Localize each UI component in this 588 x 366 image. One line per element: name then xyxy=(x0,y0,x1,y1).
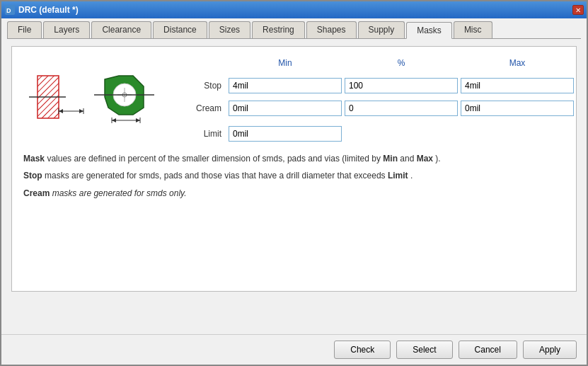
svg-text:D: D xyxy=(6,7,11,14)
title-bar-left: D DRC (default *) xyxy=(4,4,79,16)
window-title: DRC (default *) xyxy=(18,5,79,15)
desc-mask: Mask values are defined in percent of th… xyxy=(23,151,565,166)
percent-header: % xyxy=(345,58,458,68)
tab-masks[interactable]: Masks xyxy=(406,22,452,39)
desc-stop-text2: . xyxy=(410,171,413,181)
main-window: D DRC (default *) ✕ File Layers Clearanc… xyxy=(0,0,588,366)
tab-misc[interactable]: Misc xyxy=(454,21,492,38)
stop-max-input[interactable] xyxy=(461,78,574,93)
desc-cream-text: masks are generated for smds only. xyxy=(52,188,187,198)
desc-min-keyword: Min xyxy=(383,154,398,164)
close-button[interactable]: ✕ xyxy=(572,5,584,15)
cream-row: Cream xyxy=(183,101,574,116)
check-button[interactable]: Check xyxy=(334,341,391,359)
min-header: Min xyxy=(229,58,342,68)
content-panel: Min % Max Stop Cream xyxy=(11,46,577,292)
select-button[interactable]: Select xyxy=(396,341,452,359)
title-bar: D DRC (default *) ✕ xyxy=(1,1,587,18)
mask-diagram xyxy=(23,58,172,136)
tab-clearance[interactable]: Clearance xyxy=(91,21,151,38)
desc-cream-keyword: Cream xyxy=(23,188,50,198)
max-header: Max xyxy=(461,58,574,68)
desc-mask-text2: and xyxy=(400,154,416,164)
svg-marker-19 xyxy=(112,118,116,122)
stop-percent-input[interactable] xyxy=(345,78,458,93)
top-section: Min % Max Stop Cream xyxy=(23,58,565,142)
description-section: Mask values are defined in percent of th… xyxy=(23,151,565,203)
desc-stop-text1: masks are generated for smds, pads and t… xyxy=(45,171,388,181)
cream-max-input[interactable] xyxy=(461,101,574,116)
footer: Check Select Cancel Apply xyxy=(1,334,587,365)
cream-percent-input[interactable] xyxy=(345,101,458,116)
form-section: Min % Max Stop Cream xyxy=(183,58,574,142)
title-controls: ✕ xyxy=(572,5,584,15)
svg-marker-9 xyxy=(79,109,83,113)
limit-row: Limit xyxy=(183,126,574,142)
desc-stop-keyword: Stop xyxy=(23,171,42,181)
cancel-button[interactable]: Cancel xyxy=(459,341,517,359)
tab-file[interactable]: File xyxy=(7,21,42,38)
tab-bar: File Layers Clearance Distance Sizes Res… xyxy=(7,21,581,39)
desc-max-keyword: Max xyxy=(417,154,433,164)
desc-mask-text3: ). xyxy=(435,154,440,164)
tab-supply[interactable]: Supply xyxy=(358,21,405,38)
desc-stop: Stop masks are generated for smds, pads … xyxy=(23,168,565,183)
limit-input[interactable] xyxy=(229,126,342,142)
tab-sizes[interactable]: Sizes xyxy=(209,21,250,38)
limit-label: Limit xyxy=(183,129,226,139)
desc-mask-keyword: Mask xyxy=(23,154,45,164)
cream-min-input[interactable] xyxy=(229,101,342,116)
cream-label: Cream xyxy=(183,103,226,113)
desc-mask-text1: values are defined in percent of the sma… xyxy=(47,154,383,164)
svg-marker-20 xyxy=(136,118,140,122)
svg-marker-8 xyxy=(59,109,63,113)
form-headers: Min % Max xyxy=(183,58,574,68)
tab-shapes[interactable]: Shapes xyxy=(306,21,357,38)
stop-row: Stop xyxy=(183,78,574,93)
stop-min-input[interactable] xyxy=(229,78,342,93)
stop-label: Stop xyxy=(183,81,226,91)
tab-restring[interactable]: Restring xyxy=(252,21,305,38)
tabs-toolbar: File Layers Clearance Distance Sizes Res… xyxy=(1,18,587,39)
app-icon: D xyxy=(4,4,16,16)
main-content: Min % Max Stop Cream xyxy=(1,39,587,334)
desc-cream: Cream masks are generated for smds only. xyxy=(23,186,565,200)
tab-layers[interactable]: Layers xyxy=(43,21,90,38)
apply-button[interactable]: Apply xyxy=(523,341,577,359)
tab-distance[interactable]: Distance xyxy=(153,21,207,38)
desc-limit-keyword: Limit xyxy=(388,171,408,181)
